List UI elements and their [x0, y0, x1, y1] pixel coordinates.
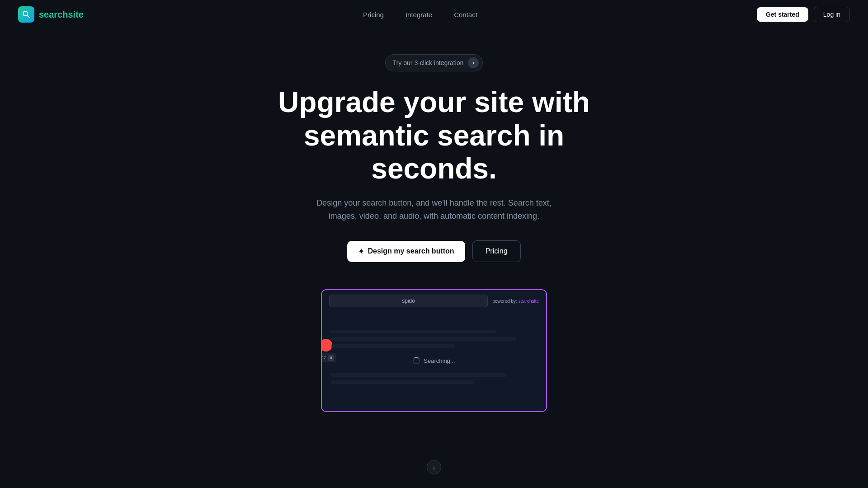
- sparkle-icon: ✦: [358, 247, 364, 256]
- searching-indicator: Searching...: [413, 357, 455, 364]
- skeleton-line-4: [331, 373, 506, 377]
- skeleton-line-5: [331, 380, 475, 384]
- integration-badge-text: Try our 3-click integration: [393, 59, 464, 66]
- log-in-button[interactable]: Log in: [814, 7, 850, 22]
- design-button-label: Design my search button: [368, 247, 454, 255]
- scroll-indicator[interactable]: ↓: [427, 460, 441, 474]
- nav-actions: Get started Log in: [757, 7, 850, 22]
- skeleton-line-3: [331, 344, 455, 348]
- demo-window: spido powered by: searchsite Searching..…: [322, 290, 546, 411]
- skeleton-line-1: [331, 330, 496, 333]
- results-skeleton-2: [331, 373, 537, 384]
- get-started-button[interactable]: Get started: [757, 7, 808, 22]
- logo-text: searchsite: [39, 9, 84, 20]
- results-skeleton: [331, 330, 537, 348]
- logo[interactable]: searchsite: [18, 6, 84, 23]
- demo-search-input[interactable]: spido: [329, 295, 488, 307]
- nav-link-contact[interactable]: Contact: [454, 11, 477, 19]
- demo-content: Searching...: [322, 312, 546, 411]
- nav-link-pricing[interactable]: Pricing: [363, 11, 384, 19]
- hero-title: Upgrade your site with semantic search i…: [276, 86, 592, 186]
- hero-buttons: ✦ Design my search button Pricing: [347, 240, 520, 262]
- loading-spinner: [413, 357, 420, 364]
- nav-links: Pricing Integrate Contact: [363, 11, 477, 19]
- nav-link-integrate[interactable]: Integrate: [406, 11, 432, 19]
- pause-button[interactable]: ⏸: [328, 355, 334, 361]
- side-label: 0:07: [321, 356, 326, 360]
- hero-section: Try our 3-click integration › Upgrade yo…: [0, 0, 868, 412]
- integration-badge-arrow-icon: ›: [468, 57, 479, 68]
- design-search-button[interactable]: ✦ Design my search button: [347, 241, 465, 262]
- searching-text: Searching...: [424, 357, 455, 364]
- demo-brand-label: powered by: searchsite: [492, 299, 539, 304]
- demo-top-bar: spido powered by: searchsite: [322, 290, 546, 312]
- hero-subtitle: Design your search button, and we'll han…: [303, 197, 565, 223]
- skeleton-line-2: [331, 337, 516, 341]
- demo-container: 0:07 ⏸ spido powered by: searchsite: [321, 289, 547, 412]
- record-button[interactable]: [321, 339, 332, 352]
- demo-side-controls: 0:07 ⏸: [321, 339, 336, 362]
- pricing-button[interactable]: Pricing: [472, 240, 521, 262]
- navbar: searchsite Pricing Integrate Contact Get…: [0, 0, 868, 29]
- svg-line-1: [27, 15, 29, 18]
- side-controls-row: 0:07 ⏸: [321, 353, 336, 362]
- logo-icon: [18, 6, 34, 23]
- integration-badge[interactable]: Try our 3-click integration ›: [385, 54, 483, 71]
